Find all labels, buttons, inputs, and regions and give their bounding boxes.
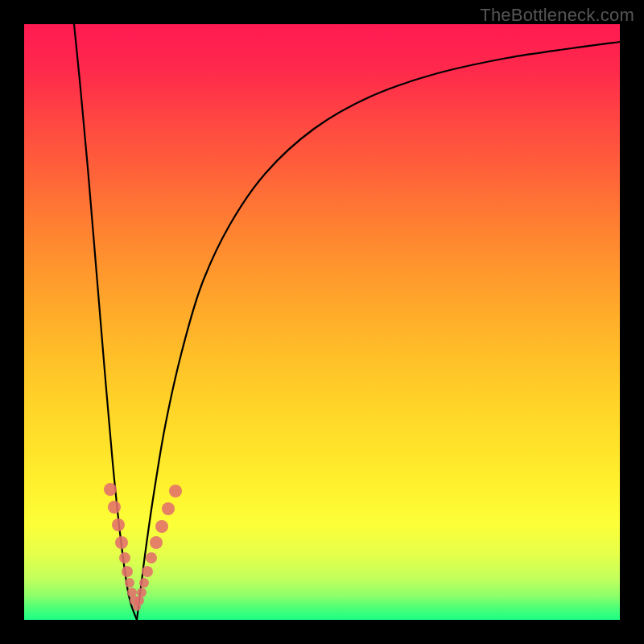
notch-marker <box>146 552 157 564</box>
notch-marker <box>139 578 149 588</box>
notch-marker <box>119 552 130 564</box>
chart-frame: TheBottleneck.com <box>0 0 644 644</box>
notch-marker <box>155 520 168 533</box>
marker-group <box>104 483 182 611</box>
notch-marker <box>137 588 147 597</box>
notch-marker <box>150 536 163 549</box>
right-branch-path <box>137 42 620 620</box>
notch-marker <box>142 566 153 577</box>
notch-marker <box>108 501 121 514</box>
notch-marker <box>162 502 175 515</box>
watermark-text: TheBottleneck.com <box>480 5 634 26</box>
notch-marker <box>115 536 128 549</box>
notch-marker <box>122 566 133 577</box>
left-branch-path <box>74 24 137 620</box>
curve-layer <box>24 24 620 620</box>
notch-marker <box>112 518 125 531</box>
notch-marker <box>125 578 134 588</box>
plot-area <box>24 24 620 620</box>
notch-marker <box>169 485 182 497</box>
notch-marker <box>104 483 117 496</box>
